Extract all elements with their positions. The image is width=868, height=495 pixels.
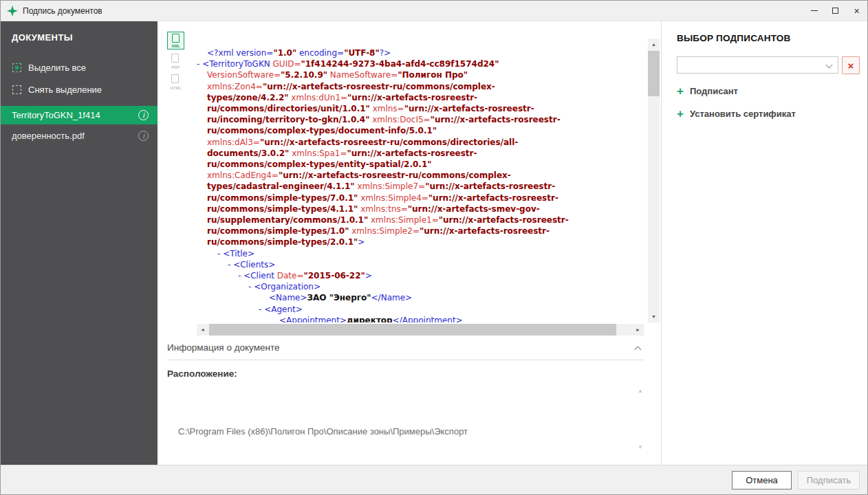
format-button-html[interactable]: HTML — [167, 73, 184, 91]
close-icon: × — [854, 6, 859, 16]
scroll-down-icon[interactable]: ▼ — [648, 311, 660, 322]
maximize-button[interactable] — [825, 1, 846, 21]
clear-signer-button[interactable]: × — [842, 56, 860, 74]
minimize-icon — [811, 10, 818, 11]
sidebar-header: ДОКУМЕНТЫ — [1, 21, 158, 51]
info-icon[interactable]: i — [138, 110, 149, 120]
plus-icon: + — [677, 85, 684, 97]
app-logo-icon — [7, 6, 18, 16]
html-file-icon — [171, 74, 179, 83]
info-scroll-up-icon[interactable]: ▲ — [638, 388, 643, 394]
info-scroll-down-icon[interactable]: ▼ — [638, 444, 643, 450]
signers-header: ВЫБОР ПОДПИСАНТОВ — [677, 33, 790, 43]
format-button-xml[interactable]: XML — [167, 32, 184, 50]
document-list: TerritoryToGKN_1f414 i доверенность.pdf … — [1, 106, 158, 145]
install-certificate-label: Установить сертификат — [690, 109, 796, 119]
document-info-title: Информация о документе — [167, 342, 280, 353]
install-certificate-link[interactable]: + Установить сертификат — [677, 107, 796, 120]
horizontal-scroll-thumb[interactable] — [209, 324, 616, 336]
documents-sidebar: ДОКУМЕНТЫ Выделить все Снять выделение T… — [1, 21, 158, 465]
app-window: Подпись документов × ДОКУМЕНТЫ Выделить … — [0, 0, 868, 495]
vertical-scroll-thumb[interactable] — [648, 51, 660, 96]
info-icon[interactable]: i — [138, 131, 149, 141]
document-label: TerritoryToGKN_1f414 — [12, 110, 100, 120]
document-item-pdf[interactable]: доверенность.pdf i — [1, 126, 158, 145]
clear-icon: × — [848, 60, 854, 72]
format-button-pdf[interactable]: PDF — [167, 52, 184, 70]
cancel-button[interactable]: Отмена — [732, 471, 792, 490]
select-all-button[interactable]: Выделить все — [1, 56, 158, 78]
document-viewer-panel: XML PDF HTML <?xml version="1.0" encodin… — [158, 21, 661, 465]
deselect-label: Снять выделение — [28, 85, 102, 95]
deselect-icon — [12, 85, 21, 94]
plus-icon: + — [677, 108, 684, 120]
vertical-scrollbar[interactable]: ▲ ▼ — [648, 38, 660, 322]
select-all-icon — [12, 63, 21, 72]
window-controls: × — [803, 1, 867, 21]
titlebar: Подпись документов × — [1, 1, 867, 21]
sidebar-actions: Выделить все Снять выделение — [1, 56, 158, 100]
add-signer-link[interactable]: + Подписант — [677, 85, 738, 97]
document-label: доверенность.pdf — [12, 131, 85, 141]
scroll-left-icon[interactable]: ◄ — [197, 324, 208, 336]
scroll-up-icon[interactable]: ▲ — [648, 38, 660, 50]
signer-combobox[interactable] — [677, 56, 838, 74]
xml-file-icon — [172, 34, 180, 43]
document-item-xml[interactable]: TerritoryToGKN_1f414 i — [1, 106, 158, 124]
location-label: Расположение: — [167, 368, 237, 379]
xml-code: <?xml version="1.0" encoding="UTF-8"?>- … — [197, 47, 644, 322]
maximize-icon — [832, 8, 838, 14]
location-path-line: C:\Program Files (x86)\Полигон Про\Описа… — [178, 424, 468, 440]
combobox-chevron-icon — [826, 62, 833, 69]
footer-bar: Отмена Подписать — [1, 465, 868, 495]
select-all-label: Выделить все — [28, 63, 86, 73]
format-strip: XML PDF HTML — [167, 32, 186, 94]
signers-panel: ВЫБОР ПОДПИСАНТОВ × + Подписант + Устано… — [661, 21, 868, 465]
minimize-button[interactable] — [803, 1, 825, 21]
pdf-file-icon — [171, 54, 179, 63]
sign-button[interactable]: Подписать — [798, 471, 860, 490]
close-button[interactable]: × — [846, 1, 867, 21]
scroll-right-icon[interactable]: ► — [632, 324, 644, 336]
deselect-all-button[interactable]: Снять выделение — [1, 78, 158, 100]
collapse-chevron-icon[interactable] — [635, 346, 642, 353]
horizontal-scrollbar[interactable]: ◄ ► — [197, 324, 644, 336]
window-title: Подпись документов — [23, 1, 102, 21]
add-signer-label: Подписант — [690, 86, 738, 96]
document-info-header[interactable]: Информация о документе — [167, 342, 644, 360]
